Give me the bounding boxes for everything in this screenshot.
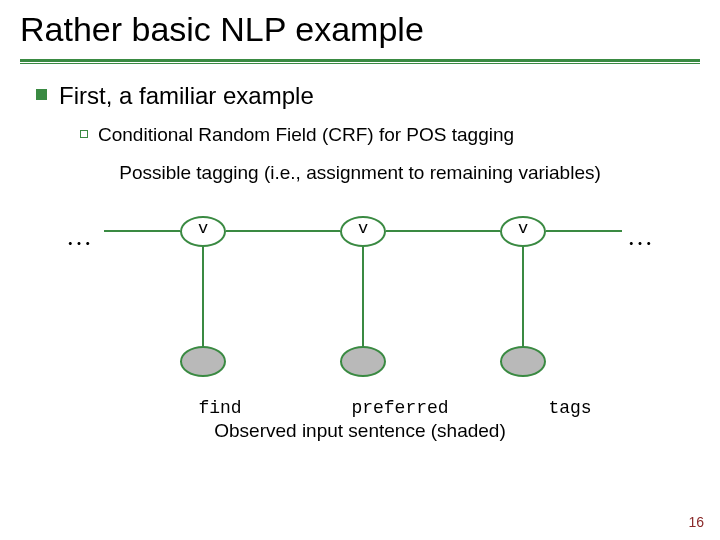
bullet-l1-text: First, a familiar example [59, 82, 314, 110]
tag-label: v [500, 219, 546, 238]
slide-title: Rather basic NLP example [20, 10, 700, 49]
word-label: preferred [310, 398, 490, 418]
bullet-l2: Conditional Random Field (CRF) for POS t… [80, 124, 696, 146]
caption-top: Possible tagging (i.e., assignment to re… [24, 162, 696, 184]
obs-node [500, 346, 546, 377]
bullet-icon-outline [80, 130, 88, 138]
edge-horizontal [386, 230, 500, 232]
edge-horizontal [104, 230, 180, 232]
bullet-l2-text: Conditional Random Field (CRF) for POS t… [98, 124, 514, 146]
caption-bottom: Observed input sentence (shaded) [24, 420, 696, 442]
obs-node [180, 346, 226, 377]
bullet-l1: First, a familiar example [24, 82, 696, 110]
edge-vertical [202, 247, 204, 346]
observed-words: findpreferredtags [24, 398, 696, 418]
crf-diagram: … … v v v [40, 206, 680, 396]
edge-vertical [522, 247, 524, 346]
word-label: find [130, 398, 310, 418]
page-number: 16 [688, 514, 704, 530]
bullet-icon [36, 89, 47, 100]
obs-node [340, 346, 386, 377]
ellipsis-left: … [66, 222, 93, 252]
title-underline [20, 59, 700, 62]
edge-vertical [362, 247, 364, 346]
ellipsis-right: … [627, 222, 654, 252]
word-label: tags [490, 398, 650, 418]
tag-label: v [180, 219, 226, 238]
edge-horizontal [546, 230, 622, 232]
edge-horizontal [226, 230, 340, 232]
tag-label: v [340, 219, 386, 238]
